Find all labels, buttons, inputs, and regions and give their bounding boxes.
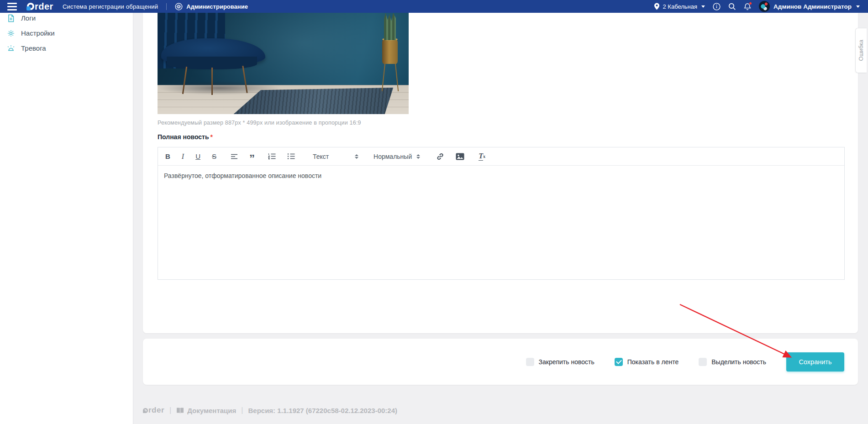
photo-plant [384, 13, 396, 40]
search-button[interactable] [728, 3, 736, 10]
notification-badge [749, 2, 752, 5]
documentation-link[interactable]: Документация [176, 407, 236, 414]
insert-image-button[interactable] [456, 153, 464, 160]
align-icon [231, 153, 238, 160]
sidebar: Логи Настройки Тревога [0, 13, 133, 424]
sidebar-item-settings[interactable]: Настройки [0, 26, 133, 41]
image-icon [456, 153, 464, 160]
news-form-card: Рекомендуемый размер 887px * 499px или и… [143, 13, 858, 333]
full-news-label: Полная новость* [158, 133, 213, 141]
brand-logo[interactable]: rder [27, 2, 53, 11]
ordered-list-icon [268, 153, 276, 160]
log-file-icon [7, 14, 15, 22]
header-right-group: 2 Кабельная [654, 1, 862, 12]
form-actions-bar: Закрепить новость Показать в ленте Выдел… [143, 339, 858, 385]
bold-button[interactable]: B [165, 153, 170, 160]
brand-o-icon [27, 3, 34, 10]
admin-gear-icon [175, 3, 183, 10]
app-title: Система регистрации обращений [63, 3, 158, 10]
clear-formatting-button[interactable]: Tx [479, 152, 485, 161]
chevron-down-icon [856, 5, 860, 8]
administration-section[interactable]: Администрирование [175, 3, 248, 10]
show-in-feed-option[interactable]: Показать в ленте [615, 358, 679, 366]
underline-button[interactable]: U [195, 153, 200, 160]
sidebar-item-alarm[interactable]: Тревога [0, 41, 133, 56]
editor-content[interactable]: Развёрнутое, отформатированное описание … [158, 166, 844, 279]
chevron-up-down-icon [355, 154, 358, 159]
photo-plant-pot [382, 39, 398, 64]
insert-link-button[interactable] [436, 152, 444, 161]
image-size-hint: Рекомендуемый размер 887px * 499px или и… [158, 120, 361, 126]
align-button[interactable] [231, 153, 238, 160]
sidebar-item-label: Настройки [21, 29, 55, 37]
app-window: Логи Настройки Тревога [0, 0, 868, 424]
version-text: Версия: 1.1.1927 (67220c58-02.12.2023-00… [248, 407, 397, 414]
bullet-list-button[interactable] [287, 153, 295, 160]
ordered-list-button[interactable] [268, 153, 276, 160]
user-menu[interactable]: Админов Администратор [759, 1, 860, 12]
chevron-down-icon [701, 5, 705, 8]
save-button[interactable]: Сохранить [786, 352, 844, 372]
editor-toolbar: B I U S ” [158, 147, 844, 166]
footer-brand-logo[interactable]: rder [143, 406, 164, 415]
sidebar-item-label: Логи [21, 14, 36, 22]
brand-o-icon [143, 408, 148, 413]
required-asterisk: * [210, 133, 213, 141]
strikethrough-button[interactable]: S [212, 153, 216, 160]
avatar [759, 1, 770, 12]
checkbox-2[interactable] [699, 358, 707, 366]
bullet-list-icon [287, 153, 295, 160]
paragraph-format-select[interactable]: Нормальный [374, 153, 420, 160]
checkbox-0[interactable] [526, 358, 534, 366]
highlight-news-option[interactable]: Выделить новость [699, 358, 766, 366]
notifications-button[interactable] [744, 3, 751, 10]
header-divider [166, 3, 167, 10]
error-side-tab[interactable]: Ошибка [855, 28, 867, 73]
hamburger-menu-icon[interactable] [6, 2, 18, 11]
text-style-select[interactable]: Текст [313, 153, 358, 160]
checkbox-1[interactable] [615, 358, 623, 366]
italic-button[interactable]: I [182, 153, 184, 160]
gear-icon [7, 29, 15, 37]
footer: rder | Документация | Версия: 1.1.1927 (… [143, 403, 397, 417]
chevron-up-down-icon [416, 154, 420, 159]
search-icon [728, 3, 736, 10]
alarm-icon [7, 44, 15, 52]
news-image-preview[interactable] [158, 13, 409, 114]
top-header: rder Система регистрации обращений Админ… [0, 0, 868, 13]
location-selector[interactable]: 2 Кабельная [654, 3, 705, 10]
blockquote-button[interactable]: ” [249, 154, 255, 159]
info-icon [713, 3, 721, 10]
photo-chair-leg [211, 68, 213, 95]
sidebar-item-label: Тревога [21, 44, 46, 52]
location-pin-icon [654, 3, 660, 10]
book-icon [176, 407, 184, 414]
rich-text-editor: B I U S ” [158, 147, 845, 280]
info-button[interactable] [713, 3, 721, 10]
link-icon [436, 152, 444, 161]
pin-news-option[interactable]: Закрепить новость [526, 358, 594, 366]
